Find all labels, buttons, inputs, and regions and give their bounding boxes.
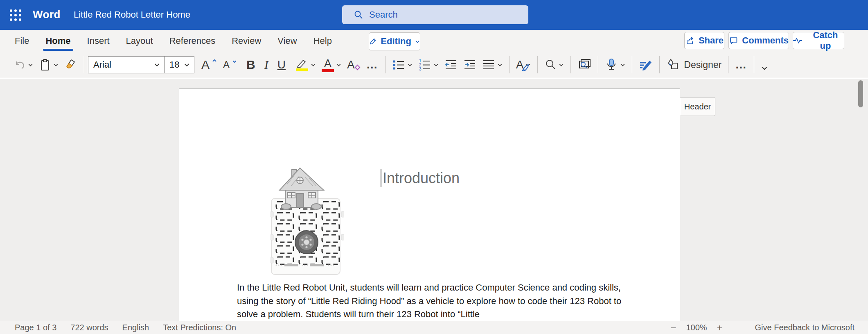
- toolbar-separator: [659, 56, 660, 73]
- app-launcher-button[interactable]: [7, 7, 24, 23]
- tab-help[interactable]: Help: [308, 30, 338, 52]
- alignment-button[interactable]: [479, 56, 505, 74]
- document-title[interactable]: Little Red Robot Letter Home: [74, 9, 190, 20]
- zoom-in-button[interactable]: +: [710, 322, 730, 334]
- more-commands-button[interactable]: …: [732, 56, 750, 74]
- pencil-icon: [369, 36, 377, 46]
- search-bar[interactable]: [342, 5, 528, 24]
- decrease-indent-button[interactable]: [442, 56, 460, 74]
- font-color-icon: A: [322, 58, 334, 72]
- increase-indent-button[interactable]: [460, 56, 479, 74]
- paste-button[interactable]: [36, 56, 61, 74]
- bold-button[interactable]: B: [243, 55, 258, 74]
- editor-button[interactable]: [636, 56, 656, 73]
- text-predictions-status[interactable]: Text Predictions: On: [156, 323, 243, 332]
- toolbar-separator: [84, 56, 84, 73]
- editing-mode-button[interactable]: Editing: [369, 32, 420, 50]
- zoom-out-button[interactable]: −: [663, 322, 683, 334]
- chevron-down-icon: [415, 39, 420, 45]
- toolbar-separator: [570, 56, 571, 73]
- language-status[interactable]: English: [115, 323, 156, 332]
- chevron-down-icon: [336, 62, 341, 68]
- immersive-reader-icon: [577, 58, 591, 71]
- zoom-level[interactable]: 100%: [683, 323, 709, 332]
- document-paragraph[interactable]: In the Little Red Robot Unit, students w…: [237, 281, 625, 321]
- page-count-status[interactable]: Page 1 of 3: [15, 323, 63, 332]
- format-painter-button[interactable]: [61, 56, 80, 74]
- immersive-reader-button[interactable]: [575, 56, 594, 74]
- text-highlight-button[interactable]: [293, 56, 319, 74]
- font-size-select[interactable]: 18: [164, 56, 194, 73]
- clipboard-icon: [39, 58, 51, 71]
- tab-file[interactable]: File: [9, 30, 35, 52]
- chevron-up-icon: [212, 58, 217, 63]
- tab-view[interactable]: View: [272, 30, 302, 52]
- find-button[interactable]: [541, 56, 567, 73]
- tab-home[interactable]: Home: [40, 30, 76, 52]
- svg-text:3: 3: [419, 67, 422, 71]
- toolbar-separator: [385, 56, 386, 73]
- bullet-list-button[interactable]: [389, 56, 415, 74]
- font-name-select[interactable]: Arial: [88, 56, 164, 73]
- word-count-status[interactable]: 722 words: [63, 323, 115, 332]
- designer-icon: [666, 58, 680, 72]
- document-heading[interactable]: Introduction: [383, 169, 460, 187]
- tab-review[interactable]: Review: [226, 30, 267, 52]
- shrink-font-button[interactable]: A: [220, 57, 240, 73]
- header-tab[interactable]: Header: [680, 97, 715, 116]
- top-app-bar: Word Little Red Robot Letter Home: [0, 0, 868, 30]
- search-icon: [354, 10, 363, 20]
- undo-button[interactable]: [11, 56, 36, 73]
- document-canvas: Introduction In the Little Red Robot Uni…: [0, 79, 868, 321]
- feedback-link[interactable]: Give Feedback to Microsoft: [748, 323, 861, 332]
- ribbon-tabs-row: File Home Insert Layout References Revie…: [0, 30, 868, 52]
- dictate-button[interactable]: [602, 55, 628, 74]
- search-input[interactable]: [369, 9, 516, 20]
- share-icon: [685, 36, 695, 45]
- chevron-down-icon: [559, 62, 564, 68]
- numbered-list-button[interactable]: 1 2 3: [415, 56, 442, 74]
- clear-formatting-button[interactable]: A: [344, 56, 358, 74]
- document-page[interactable]: Introduction In the Little Red Robot Uni…: [179, 88, 680, 321]
- vertical-scrollbar[interactable]: [858, 80, 863, 107]
- more-formatting-button[interactable]: …: [363, 56, 381, 74]
- comment-icon: [729, 36, 738, 45]
- status-right: − 100% + Give Feedback to Microsoft: [663, 322, 868, 334]
- home-toolbar: Arial 18 A A B I U: [0, 52, 868, 78]
- tab-layout[interactable]: Layout: [120, 30, 159, 52]
- chevron-down-icon: [154, 62, 160, 68]
- toolbar-separator: [509, 56, 510, 73]
- comments-button[interactable]: Comments: [728, 32, 789, 49]
- chevron-down-icon: [311, 62, 316, 68]
- undo-icon: [14, 59, 26, 71]
- font-color-button[interactable]: A: [319, 55, 344, 75]
- catch-up-button[interactable]: Catch up: [793, 32, 844, 49]
- toolbar-separator: [632, 56, 632, 73]
- chevron-down-icon: [433, 62, 439, 68]
- share-button[interactable]: Share: [684, 32, 724, 49]
- toolbar-separator: [598, 56, 598, 73]
- text-cursor: [381, 169, 381, 187]
- activity-pulse-icon: [793, 36, 803, 45]
- toolbar-separator: [537, 56, 538, 73]
- app-name[interactable]: Word: [33, 8, 61, 21]
- tab-references[interactable]: References: [164, 30, 221, 52]
- house-on-robot-coding-mat-image[interactable]: [271, 166, 344, 276]
- toolbar-separator: [728, 56, 728, 73]
- designer-button[interactable]: Designer: [663, 55, 724, 74]
- heading-block: Introduction: [381, 169, 460, 187]
- tab-insert[interactable]: Insert: [81, 30, 115, 52]
- bullet-list-icon: [392, 58, 405, 71]
- clear-formatting-icon: A: [347, 58, 355, 71]
- chevron-down-icon: [497, 62, 503, 68]
- microphone-icon: [605, 58, 618, 72]
- italic-button[interactable]: I: [262, 55, 271, 74]
- grow-font-button[interactable]: A: [198, 55, 220, 74]
- underline-button[interactable]: U: [275, 56, 289, 74]
- chevron-down-icon: [184, 62, 190, 68]
- styles-button[interactable]: A: [513, 56, 534, 74]
- collapse-ribbon-button[interactable]: [758, 63, 771, 74]
- toolbar-separator: [754, 56, 754, 73]
- chevron-down-icon: [232, 59, 237, 64]
- decrease-indent-icon: [444, 58, 458, 71]
